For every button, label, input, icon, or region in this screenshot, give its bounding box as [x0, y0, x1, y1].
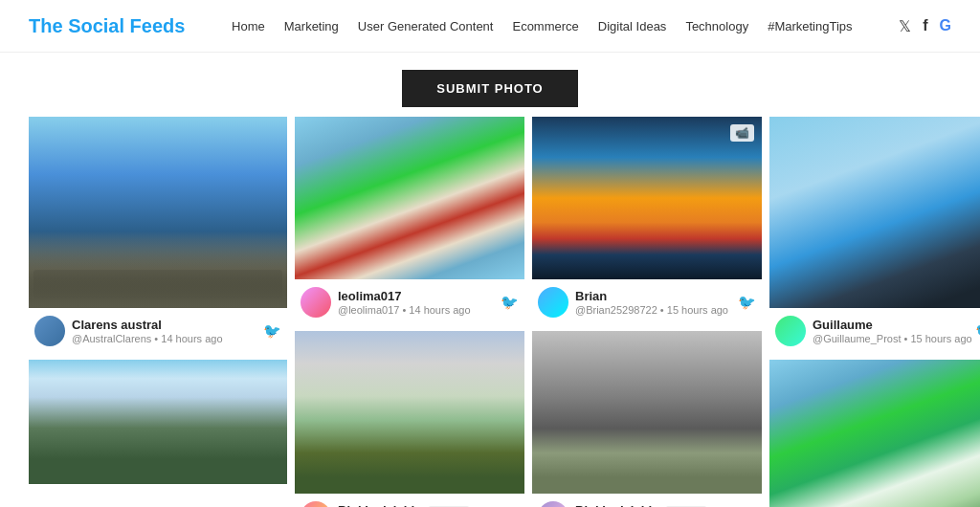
card-aerial-image: [769, 360, 980, 507]
card-3-footer: Brian @Brian25298722 • 15 hours ago 🐦: [532, 279, 762, 323]
social-icons: 𝕏 f G: [899, 17, 951, 35]
card-aerial: The Flying GoPro 🐦: [769, 360, 980, 507]
avatar-blokkade2: [538, 501, 568, 507]
avatar-blokkade1: [301, 501, 331, 507]
user-guillaume: Guillaume @Guillaume_Prost • 15 hours ag…: [775, 316, 972, 346]
nav-digital[interactable]: Digital Ideas: [598, 19, 667, 33]
username-blokkade1: BlokkadeleiderNLPLDE: [338, 503, 487, 507]
username-guillaume: Guillaume: [813, 318, 972, 333]
card-park-large: BlokkadeleiderNLPLDE @blokkadeleider • 1…: [295, 331, 524, 507]
submit-area: SUBMIT PHOTO: [0, 53, 980, 117]
logo: The Social Feeds: [29, 15, 185, 37]
nav-home[interactable]: Home: [232, 19, 265, 33]
user-blokkade2: BlokkadeleiderNLPLDE @blokkadeleider • 1…: [538, 501, 724, 507]
card-sunset-image: 📹: [532, 117, 762, 279]
card-ocean: Clarens austral @AustralClarens • 14 hou…: [29, 117, 287, 352]
user-blokkade1: BlokkadeleiderNLPLDE @blokkadeleider • 1…: [301, 501, 487, 507]
user-brian: Brian @Brian25298722 • 15 hours ago: [538, 287, 728, 318]
main-nav: Home Marketing User Generated Content Ec…: [232, 19, 852, 33]
card-stadium: leolima017 @leolima017 • 14 hours ago 🐦: [295, 117, 524, 323]
google-icon[interactable]: G: [940, 17, 951, 34]
user-text-blokkade2: BlokkadeleiderNLPLDE @blokkadeleider • 1…: [575, 503, 724, 507]
column-4: Guillaume @Guillaume_Prost • 15 hours ag…: [769, 117, 980, 507]
user-leolima: leolima017 @leolima017 • 14 hours ago: [301, 287, 471, 318]
nav-marketingtips[interactable]: #MarketingTips: [768, 19, 852, 33]
card-sunset: 📹 Brian @Brian25298722 • 15 hours ago 🐦: [532, 117, 762, 323]
handle-clarens: @AustralClarens • 14 hours ago: [72, 333, 223, 344]
card-path: BlokkadeleiderNLPLDE @blokkadeleider • 1…: [532, 331, 762, 507]
card-path-image: [532, 331, 762, 494]
submit-photo-button[interactable]: SUBMIT PHOTO: [402, 70, 577, 107]
avatar-brian: [538, 287, 568, 318]
username-clarens: Clarens austral: [72, 318, 223, 333]
nav-marketing[interactable]: Marketing: [284, 19, 339, 33]
card-sailing-image: [769, 117, 980, 308]
twitter-share-1[interactable]: 🐦: [263, 322, 281, 340]
user-text-guillaume: Guillaume @Guillaume_Prost • 15 hours ag…: [813, 318, 972, 344]
nav-technology[interactable]: Technology: [685, 19, 748, 33]
card-sailing: Guillaume @Guillaume_Prost • 15 hours ag…: [769, 117, 980, 352]
username-brian: Brian: [575, 289, 728, 304]
card-7-footer: BlokkadeleiderNLPLDE @blokkadeleider • 1…: [532, 494, 762, 507]
card-6-footer: BlokkadeleiderNLPLDE @blokkadeleider • 1…: [295, 494, 524, 507]
nav-ecommerce[interactable]: Ecommerce: [512, 19, 578, 33]
column-3: 📹 Brian @Brian25298722 • 15 hours ago 🐦: [532, 117, 762, 507]
twitter-share-2[interactable]: 🐦: [501, 294, 519, 311]
photo-grid: Clarens austral @AustralClarens • 14 hou…: [0, 117, 980, 507]
user-text-blokkade1: BlokkadeleiderNLPLDE @blokkadeleider • 1…: [338, 503, 487, 507]
facebook-icon[interactable]: f: [923, 17, 927, 34]
twitter-share-4[interactable]: 🐦: [975, 322, 980, 340]
username-leolima: leolima017: [338, 289, 471, 304]
column-2: leolima017 @leolima017 • 14 hours ago 🐦: [295, 117, 524, 507]
twitter-share-3[interactable]: 🐦: [738, 294, 756, 311]
card-4-footer: Guillaume @Guillaume_Prost • 15 hours ag…: [769, 308, 980, 352]
card-2-footer: leolima017 @leolima017 • 14 hours ago 🐦: [295, 279, 524, 323]
logo-bold: Social Feeds: [68, 15, 185, 36]
header: The Social Feeds Home Marketing User Gen…: [0, 0, 980, 53]
user-clarens: Clarens austral @AustralClarens • 14 hou…: [34, 316, 223, 346]
card-park-large-image: [295, 331, 524, 494]
avatar-leolima: [301, 287, 331, 318]
handle-guillaume: @Guillaume_Prost • 15 hours ago: [813, 333, 972, 344]
card-ocean-image: [29, 117, 287, 308]
avatar-clarens: [34, 316, 65, 346]
card-park-small: [29, 360, 287, 484]
avatar-guillaume: [775, 316, 806, 346]
handle-leolima: @leolima017 • 14 hours ago: [338, 304, 471, 316]
username-blokkade2: BlokkadeleiderNLPLDE: [575, 503, 724, 507]
twitter-icon[interactable]: 𝕏: [899, 17, 911, 35]
video-badge: 📹: [730, 124, 754, 142]
handle-brian: @Brian25298722 • 15 hours ago: [575, 304, 728, 316]
card-park-small-image: [29, 360, 287, 484]
column-1: Clarens austral @AustralClarens • 14 hou…: [29, 117, 287, 507]
card-1-footer: Clarens austral @AustralClarens • 14 hou…: [29, 308, 287, 352]
nav-ugc[interactable]: User Generated Content: [358, 19, 494, 33]
user-text-clarens: Clarens austral @AustralClarens • 14 hou…: [72, 318, 223, 344]
user-text-brian: Brian @Brian25298722 • 15 hours ago: [575, 289, 728, 316]
user-text-leolima: leolima017 @leolima017 • 14 hours ago: [338, 289, 471, 316]
logo-plain: The: [29, 15, 68, 36]
card-stadium-image: [295, 117, 524, 279]
